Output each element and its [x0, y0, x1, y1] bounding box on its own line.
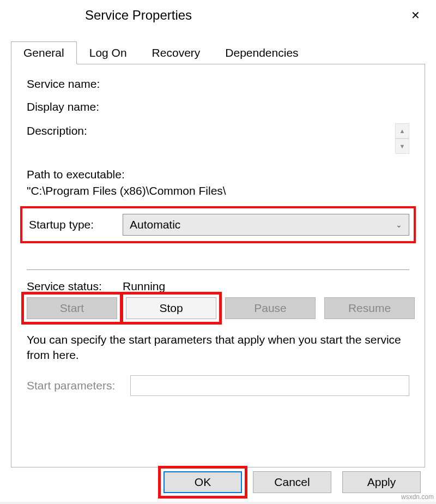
ok-button[interactable]: OK	[164, 471, 242, 493]
close-icon[interactable]: ✕	[403, 3, 427, 27]
pause-button: Pause	[225, 297, 316, 319]
chevron-down-icon: ⌄	[396, 220, 402, 229]
scroll-up-icon[interactable]: ▲	[395, 123, 409, 139]
dialog-button-row: OK Cancel Apply	[164, 471, 421, 493]
display-name-label: Display name:	[27, 100, 123, 113]
tab-strip: General Log On Recovery Dependencies	[11, 41, 436, 64]
titlebar: Service Properties ✕	[0, 0, 436, 31]
start-button: Start	[27, 297, 117, 319]
path-label: Path to executable:	[27, 168, 409, 181]
service-name-label: Service name:	[27, 77, 123, 91]
path-value: "C:\Program Files (x86)\Common Files\	[27, 184, 409, 197]
tab-recovery[interactable]: Recovery	[140, 41, 213, 64]
service-properties-dialog: Service Properties ✕ General Log On Reco…	[0, 0, 436, 502]
tab-panel-general: Service name: Display name: Description:…	[11, 64, 425, 467]
startup-type-highlight: Startup type: Automatic ⌄	[20, 206, 416, 243]
service-status-value: Running	[123, 280, 165, 293]
service-status-label: Service status:	[27, 280, 123, 293]
startup-type-dropdown[interactable]: Automatic ⌄	[123, 214, 409, 236]
stop-button[interactable]: Stop	[126, 297, 216, 319]
window-title: Service Properties	[9, 8, 403, 23]
description-box: ▲ ▼	[123, 123, 409, 158]
tab-dependencies[interactable]: Dependencies	[213, 41, 311, 64]
tab-log-on[interactable]: Log On	[77, 41, 140, 64]
tab-general[interactable]: General	[11, 41, 77, 64]
start-parameters-input	[130, 375, 409, 396]
resume-button: Resume	[324, 297, 415, 319]
scroll-down-icon[interactable]: ▼	[395, 139, 409, 154]
watermark: wsxdn.com	[401, 493, 434, 501]
start-parameters-label: Start parameters:	[27, 379, 130, 392]
cancel-button[interactable]: Cancel	[253, 471, 331, 493]
startup-type-value: Automatic	[130, 218, 180, 231]
apply-button[interactable]: Apply	[342, 471, 421, 493]
startup-type-label: Startup type:	[27, 218, 123, 231]
description-label: Description:	[27, 123, 123, 137]
separator	[27, 269, 409, 270]
start-params-hint: You can specify the start parameters tha…	[27, 332, 409, 363]
